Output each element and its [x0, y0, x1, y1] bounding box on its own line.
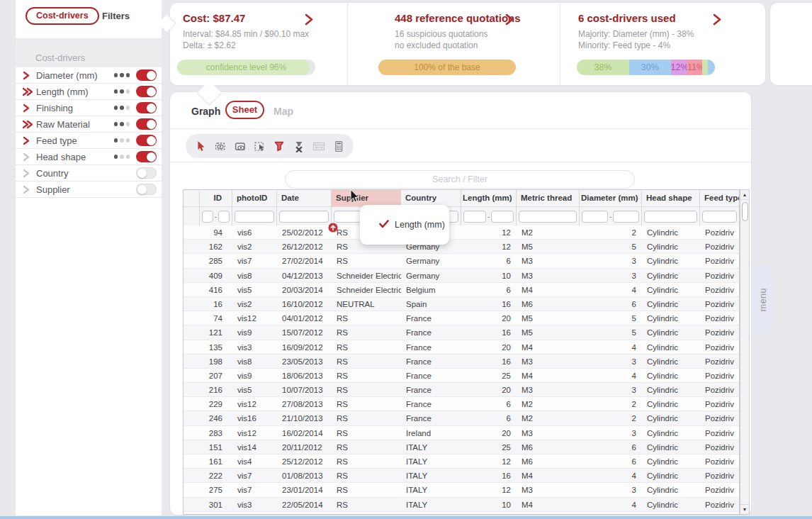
tab-sheet[interactable]: Sheet [225, 101, 264, 119]
column-header-country[interactable]: Country [401, 190, 461, 206]
filter-input-id-min[interactable] [202, 211, 213, 223]
tab-graph[interactable]: Graph [191, 106, 220, 117]
column-header-length-mm[interactable]: Length (mm) [461, 190, 517, 206]
table-row[interactable]: 74vis1204/01/2012RSFrance20M55CylindricP… [184, 311, 739, 325]
pointer-select-icon[interactable] [193, 140, 208, 152]
toggle-diameter-mm[interactable] [136, 69, 157, 81]
column-menu-item[interactable]: Length (mm) [395, 220, 445, 230]
column-width-icon[interactable] [312, 140, 326, 152]
expand-chevron-icon[interactable] [22, 104, 36, 113]
expand-chevron-icon[interactable] [22, 71, 36, 80]
table-scrollbar[interactable]: ▲ ▼ [740, 189, 750, 515]
table-row[interactable]: 275vis723/01/2014RSITALY12M33CylindricPo… [184, 483, 739, 497]
sidebar-item-country[interactable]: Country [16, 165, 162, 182]
filter-input-length-min[interactable] [463, 211, 486, 223]
cell-length: 6 [461, 411, 517, 425]
search-input[interactable] [285, 170, 635, 189]
filter-input-feed[interactable] [702, 211, 737, 223]
tab-filters[interactable]: Filters [102, 11, 130, 21]
zoom-area-eye-icon[interactable] [213, 140, 227, 152]
column-header-head-shape[interactable]: Head shape [642, 190, 700, 206]
column-header-photoid[interactable]: photoID [232, 190, 277, 206]
table-row[interactable]: 16vis216/10/2012NEUTRALSpain16M66Cylindr… [184, 297, 739, 311]
expand-chevron-icon[interactable] [22, 169, 36, 178]
column-header-id[interactable]: ID [200, 190, 232, 206]
table-row[interactable]: 198vis823/05/2013RSFrance16M33CylindricP… [184, 355, 739, 369]
view-area-eye-icon[interactable] [233, 140, 247, 152]
sidebar-item-feed-type[interactable]: Feed type [16, 133, 162, 149]
table-row[interactable]: 207vis918/06/2013RSFrance25M44CylindricP… [184, 369, 739, 383]
table-row[interactable]: 216vis510/07/2013RSFrance20M33CylindricP… [184, 383, 739, 397]
table-row[interactable]: 409vis804/12/2013Schneider ElectricGerma… [184, 269, 739, 283]
filter-input-id-max[interactable] [218, 211, 230, 223]
column-header-supplier[interactable]: Supplier [332, 190, 401, 206]
column-header-metric-thread[interactable]: Metric thread [517, 190, 580, 206]
filter-input-date[interactable] [279, 211, 329, 223]
table-row[interactable]: 162vis226/12/2012RSGermany12M55Cylindric… [184, 240, 739, 254]
scroll-up-button[interactable]: ▲ [740, 190, 749, 200]
tab-map[interactable]: Map [274, 106, 293, 117]
column-header-blank[interactable] [184, 190, 200, 206]
cell-head: Cylindric [642, 383, 700, 396]
column-header-date[interactable]: Date [277, 190, 332, 206]
sidebar-item-length-mm[interactable]: Length (mm) [16, 84, 162, 100]
toggle-supplier[interactable] [136, 184, 157, 195]
scroll-down-button[interactable]: ▼ [740, 504, 749, 514]
cost-drivers-detail-chevron-icon[interactable] [713, 13, 721, 26]
menu-drawer-tab[interactable]: menu [753, 264, 772, 335]
cell-feed: Pozidriv [700, 297, 739, 311]
suspicious-quotations: 16 suspicious quotations [395, 29, 487, 39]
filter-input-metric[interactable] [519, 211, 577, 223]
toggle-finishing[interactable] [136, 102, 157, 113]
select-area-icon[interactable] [253, 140, 267, 152]
expand-chevron-icon[interactable] [22, 120, 36, 129]
column-header-feed-type[interactable]: Feed type [700, 190, 739, 206]
column-header-diameter-mm[interactable]: Diameter (mm) [580, 190, 642, 206]
expand-chevron-icon[interactable] [22, 136, 36, 145]
table-row[interactable]: 229vis1227/08/2013RSFrance6M22CylindricP… [184, 397, 739, 411]
filter-input-diameter-max[interactable] [613, 211, 639, 223]
filter-input-head[interactable] [644, 211, 697, 223]
quotations-panel: 448 reference quotations 16 suspicious q… [347, 3, 560, 85]
table-row[interactable]: 416vis520/03/2014Schneider ElectricBelgi… [184, 283, 739, 297]
sidebar-item-supplier[interactable]: Supplier [16, 182, 162, 198]
sidebar-item-diameter-mm[interactable]: Diameter (mm) [16, 67, 162, 84]
sidebar-item-finishing[interactable]: Finishing [16, 100, 162, 116]
cost-detail-chevron-icon[interactable] [305, 13, 313, 26]
table-row[interactable]: 135vis316/09/2012RSFrance20M44CylindricP… [184, 340, 739, 355]
table-row[interactable]: 283vis1216/02/2014RSIreland20M33Cylindri… [184, 426, 739, 440]
toggle-length-mm[interactable] [136, 86, 157, 97]
clear-filter-icon[interactable] [292, 140, 306, 152]
toggle-raw-material[interactable] [136, 118, 157, 130]
quotations-detail-chevron-icon[interactable] [505, 13, 514, 26]
calculator-icon[interactable] [332, 140, 346, 152]
table-row[interactable]: 121vis915/07/2012RSFrance16M55CylindricP… [184, 325, 739, 340]
expand-chevron-icon[interactable] [22, 87, 36, 96]
toggle-head-shape[interactable] [136, 151, 157, 162]
table-row[interactable]: 151vis1420/11/2012RSITALY25M66CylindricP… [184, 440, 739, 454]
filter-input-diameter-min[interactable] [582, 211, 608, 223]
tab-cost-drivers[interactable]: Cost-drivers [26, 7, 99, 25]
table-row[interactable]: 285vis727/02/2014RSGermany6M33CylindricP… [184, 254, 739, 268]
toggle-feed-type[interactable] [136, 135, 157, 146]
table-row[interactable]: 343vis1330/11/2014RSITALY16M44CylindricP… [184, 512, 739, 515]
filter-input-photoID[interactable] [235, 211, 274, 223]
table-row[interactable]: 246vis1621/10/2013RSFrance6M22CylindricP… [184, 411, 739, 425]
expand-chevron-icon[interactable] [22, 185, 36, 194]
filter-input-length-max[interactable] [491, 211, 514, 223]
toggle-country[interactable] [136, 167, 157, 179]
weight-dot [126, 73, 130, 77]
filter-icon[interactable] [273, 140, 287, 152]
cell-head: Cylindric [642, 311, 700, 325]
sidebar-item-raw-material[interactable]: Raw Material [16, 116, 162, 133]
table-row[interactable]: 301vis322/05/2014RSITALY10M44CylindricPo… [184, 498, 739, 512]
scrollbar-thumb[interactable] [742, 202, 748, 221]
sidebar-item-head-shape[interactable]: Head shape [16, 149, 162, 165]
table-row[interactable]: 161vis425/12/2012RSITALY12M66CylindricPo… [184, 454, 739, 469]
expand-chevron-icon[interactable] [22, 152, 36, 162]
cell-length: 12 [461, 240, 517, 253]
table-row[interactable]: 222vis701/08/2013RSITALY16M44CylindricPo… [184, 469, 739, 483]
cell-supplier: RS [332, 340, 401, 354]
cell-country: France [401, 355, 461, 368]
table-row[interactable]: 94vis625/02/2012RS12M22CylindricPozidriv [184, 225, 739, 240]
